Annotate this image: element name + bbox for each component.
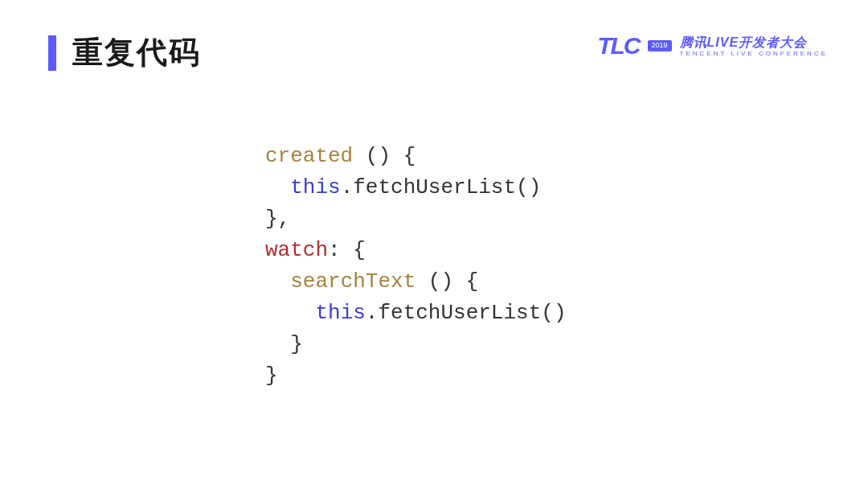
slide-header: 重复代码 TLC 2019 腾讯LIVE开发者大会 TENCENT LIVE C… [0, 0, 868, 73]
code-token: } [265, 364, 278, 388]
code-token: } [265, 332, 303, 356]
tlc-logo-text: TLC [597, 32, 639, 60]
code-token [265, 269, 290, 294]
title-container: 重复代码 [48, 32, 201, 73]
code-token: : { [328, 238, 366, 262]
code-token [265, 301, 315, 325]
conference-name-main: 腾讯LIVE开发者大会 [680, 35, 828, 50]
code-snippet: created () { this.fetchUserList() }, wat… [265, 141, 566, 392]
year-badge: 2019 [648, 40, 672, 51]
code-token [265, 175, 290, 199]
code-token: searchText [290, 269, 416, 294]
code-token: this [315, 301, 365, 325]
slide-title: 重复代码 [72, 32, 201, 73]
code-token: watch [265, 238, 328, 262]
code-token: created [265, 144, 353, 168]
code-token: () { [416, 269, 478, 294]
code-token: }, [265, 207, 290, 231]
conference-logo: TLC 2019 腾讯LIVE开发者大会 TENCENT LIVE CONFER… [597, 32, 828, 60]
conference-name-sub: TENCENT LIVE CONFERENCE [680, 50, 828, 58]
code-token: this [290, 175, 340, 199]
title-accent-bar [48, 35, 56, 71]
code-token: .fetchUserList() [366, 301, 567, 325]
conference-name: 腾讯LIVE开发者大会 TENCENT LIVE CONFERENCE [680, 35, 828, 58]
code-token: .fetchUserList() [341, 175, 542, 199]
code-token: () { [353, 144, 416, 168]
